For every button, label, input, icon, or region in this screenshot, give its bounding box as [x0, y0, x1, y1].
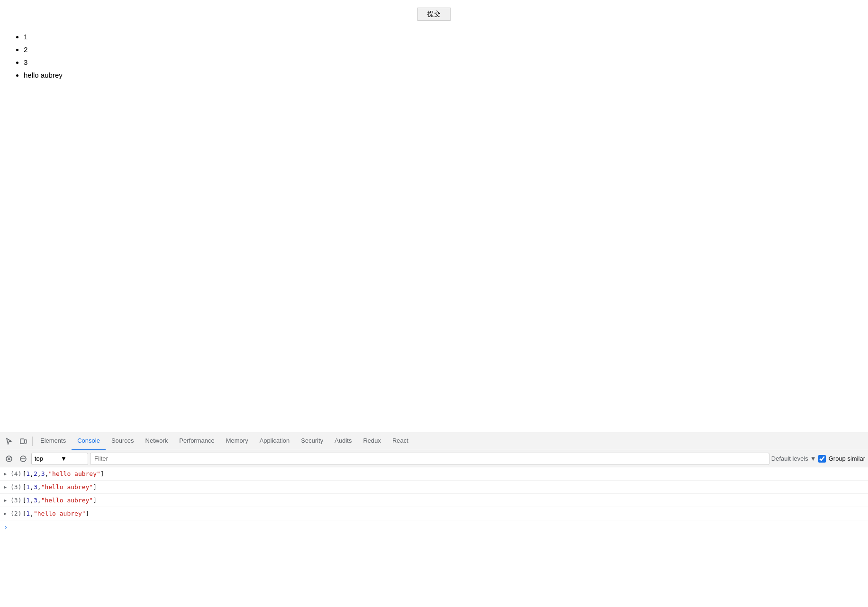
- svg-rect-1: [25, 440, 27, 443]
- page-list: 123hello aubrey: [24, 30, 859, 81]
- console-row[interactable]: ▶(3) [1, 3, "hello aubrey"]: [0, 494, 868, 507]
- context-value: top: [35, 455, 59, 462]
- tab-network[interactable]: Network: [140, 432, 174, 450]
- console-part-num: 1: [26, 510, 30, 517]
- devtools-tabs-bar: ElementsConsoleSourcesNetworkPerformance…: [0, 432, 868, 450]
- list-item: hello aubrey: [24, 69, 859, 81]
- console-part-punct: ,: [37, 497, 41, 504]
- console-part-str: "hello aubrey": [41, 483, 93, 491]
- console-count: (3): [10, 483, 21, 491]
- prompt-chevron-icon: ›: [4, 523, 8, 531]
- console-part-punct: ,: [30, 483, 34, 491]
- tab-console[interactable]: Console: [72, 432, 106, 450]
- tab-security[interactable]: Security: [295, 432, 329, 450]
- devtools-panel: ElementsConsoleSourcesNetworkPerformance…: [0, 432, 868, 607]
- console-part-str: "hello aubrey": [48, 470, 100, 477]
- default-levels-dropdown[interactable]: Default levels ▼: [771, 455, 816, 462]
- console-part-num: 1: [26, 497, 30, 504]
- tab-memory[interactable]: Memory: [220, 432, 254, 450]
- console-part-num: 3: [41, 470, 45, 477]
- console-prompt[interactable]: ›: [0, 520, 868, 534]
- group-similar-wrap: Group similar: [818, 455, 865, 463]
- block-requests-icon[interactable]: [17, 453, 29, 465]
- console-bracket-close: ]: [86, 510, 90, 517]
- inspect-element-icon[interactable]: [2, 434, 16, 448]
- console-part-punct: ,: [37, 483, 41, 491]
- console-output: ▶(4) [1, 2, 3, "hello aubrey"]▶(3) [1, 3…: [0, 467, 868, 607]
- list-item: 1: [24, 30, 859, 43]
- tab-elements[interactable]: Elements: [35, 432, 72, 450]
- device-toolbar-icon[interactable]: [16, 434, 30, 448]
- list-item: 2: [24, 43, 859, 56]
- console-part-str: "hello aubrey": [34, 510, 86, 517]
- svg-rect-0: [20, 439, 24, 444]
- console-count: (2): [10, 510, 21, 517]
- context-selector[interactable]: top ▼: [31, 453, 88, 465]
- console-part-num: 1: [26, 483, 30, 491]
- tab-performance[interactable]: Performance: [173, 432, 220, 450]
- console-part-str: "hello aubrey": [41, 497, 93, 504]
- filter-input[interactable]: [90, 453, 769, 465]
- default-levels-arrow-icon: ▼: [810, 455, 816, 462]
- console-bracket-open: [: [22, 510, 26, 517]
- console-part-num: 1: [26, 470, 30, 477]
- console-count: (4): [10, 470, 21, 477]
- console-row[interactable]: ▶(4) [1, 2, 3, "hello aubrey"]: [0, 467, 868, 481]
- clear-console-icon[interactable]: [3, 453, 15, 465]
- console-bracket-open: [: [22, 497, 26, 504]
- console-part-punct: ,: [30, 510, 34, 517]
- expand-arrow-icon[interactable]: ▶: [4, 498, 9, 503]
- expand-arrow-icon[interactable]: ▶: [4, 484, 9, 490]
- console-row[interactable]: ▶(2) [1, "hello aubrey"]: [0, 507, 868, 520]
- submit-button[interactable]: 提交: [417, 8, 451, 21]
- tab-redux[interactable]: Redux: [357, 432, 387, 450]
- console-bracket-close: ]: [93, 497, 97, 504]
- tab-react[interactable]: React: [387, 432, 414, 450]
- list-item: 3: [24, 56, 859, 69]
- console-bracket-open: [: [22, 483, 26, 491]
- tab-audits[interactable]: Audits: [329, 432, 357, 450]
- expand-arrow-icon[interactable]: ▶: [4, 511, 9, 516]
- tab-sources[interactable]: Sources: [106, 432, 140, 450]
- console-part-punct: ,: [45, 470, 48, 477]
- console-part-punct: ,: [37, 470, 41, 477]
- expand-arrow-icon[interactable]: ▶: [4, 471, 9, 476]
- context-dropdown-icon: ▼: [61, 455, 85, 462]
- console-part-num: 3: [34, 497, 37, 504]
- console-count: (3): [10, 497, 21, 504]
- tab-application[interactable]: Application: [254, 432, 296, 450]
- devtools-toolbar: top ▼ Default levels ▼ Group similar: [0, 450, 868, 467]
- tab-divider: [32, 437, 33, 446]
- console-part-num: 2: [34, 470, 37, 477]
- console-part-punct: ,: [30, 470, 34, 477]
- console-part-num: 3: [34, 483, 37, 491]
- console-bracket-open: [: [22, 470, 26, 477]
- page-content: 提交 123hello aubrey: [0, 0, 868, 432]
- console-part-punct: ,: [30, 497, 34, 504]
- console-bracket-close: ]: [93, 483, 97, 491]
- console-row[interactable]: ▶(3) [1, 3, "hello aubrey"]: [0, 481, 868, 494]
- group-similar-label[interactable]: Group similar: [829, 455, 865, 462]
- group-similar-checkbox[interactable]: [818, 455, 826, 463]
- console-bracket-close: ]: [100, 470, 104, 477]
